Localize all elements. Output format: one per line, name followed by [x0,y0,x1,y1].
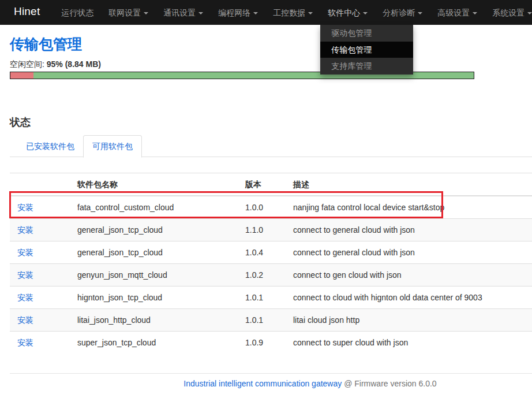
install-link[interactable]: 安装 [17,338,33,347]
package-version: 1.0.9 [238,332,286,354]
package-version: 1.1.0 [238,219,286,241]
caret-down-icon [198,12,203,14]
caret-down-icon [363,12,368,14]
nav-li: 分析诊断 [375,0,430,25]
caret-down-icon [253,12,258,14]
package-description: connect to general cloud with json [286,241,532,264]
package-tabs: 已安装软件包 可用软件包 [10,135,532,157]
status-heading: 状态 [10,116,532,129]
package-description: connect to cloud with hignton old data c… [286,287,532,309]
free-space-label: 空闲空间: [10,59,44,69]
caret-down-icon [308,12,313,14]
caret-down-icon [144,12,148,14]
dropdown-item-transport-packages[interactable]: 传输包管理 [320,42,413,58]
main-content: 传输包管理 空闲空间: 95% (8.84 MB) 状态 已安装软件包 可用软件… [0,36,532,389]
column-header: 软件包名称 [70,173,238,196]
package-version: 1.0.1 [238,309,286,332]
package-table: 软件包名称版本描述 安装fata_control_custom_cloud1.0… [10,173,532,354]
table-row: 安装super_json_tcp_cloud1.0.9connect to su… [10,332,532,354]
nav-item-system-settings[interactable]: 系统设置 [485,0,532,25]
brand-logo[interactable]: Hinet [0,0,46,25]
navbar: Hinet 运行状态联网设置通讯设置编程网络工控数据软件中心驱动包管理传输包管理… [0,0,532,25]
package-name: hignton_json_tcp_cloud [70,287,238,309]
table-row: 安装general_json_tcp_cloud1.0.4connect to … [10,241,532,264]
nav-item-network-settings[interactable]: 联网设置 [101,0,156,25]
package-version: 1.0.0 [238,196,286,219]
caret-down-icon [418,12,422,14]
install-link[interactable]: 安装 [17,270,33,280]
table-row: 安装litai_json_http_cloud1.0.1litai cloud … [10,309,532,332]
footer-firmware-text: @ Firmware version 6.0.0 [344,379,436,388]
free-space-value: 95% (8.84 MB) [47,59,101,69]
package-name: general_json_tcp_cloud [70,241,238,264]
package-version: 1.0.2 [238,264,286,287]
package-version: 1.0.4 [238,241,286,264]
nav-item-running-status[interactable]: 运行状态 [54,0,101,25]
install-link[interactable]: 安装 [17,293,33,302]
table-row-highlighted: 安装fata_control_custom_cloud1.0.0nanjing … [10,196,532,219]
table-header-row: 软件包名称版本描述 [10,173,532,196]
nav-li: 系统设置 [485,0,532,25]
tab-available-packages[interactable]: 可用软件包 [83,135,142,158]
tab-installed-packages[interactable]: 已安装软件包 [17,136,83,157]
software-center-dropdown: 驱动包管理传输包管理支持库管理 [320,25,413,75]
footer-divider [10,373,532,374]
column-header: 描述 [286,173,532,196]
package-name: fata_control_custom_cloud [70,196,238,219]
package-description: nanjing fata control local device start&… [286,196,532,219]
table-row: 安装genyun_json_mqtt_cloud1.0.2connect to … [10,264,532,287]
package-table-wrap: 软件包名称版本描述 安装fata_control_custom_cloud1.0… [10,173,532,354]
nav-li: 运行状态 [54,0,101,25]
nav-li: 高级设置 [430,0,485,25]
nav-item-programming-network[interactable]: 编程网络 [211,0,265,25]
package-name: general_json_tcp_cloud [70,219,238,241]
column-header: 版本 [238,173,286,196]
install-link[interactable]: 安装 [17,248,33,257]
column-header [10,173,70,196]
nav-li: 联网设置 [101,0,156,25]
footer: Industrial intelligent communication gat… [10,379,532,389]
install-link[interactable]: 安装 [17,315,33,325]
dropdown-item-driver-packages[interactable]: 驱动包管理 [320,25,413,42]
nav-item-advanced-settings[interactable]: 高级设置 [430,0,485,25]
nav-item-comm-settings[interactable]: 通讯设置 [156,0,211,25]
nav-li: 编程网络 [211,0,265,25]
nav-li: 软件中心驱动包管理传输包管理支持库管理 [320,0,375,25]
package-name: super_json_tcp_cloud [70,332,238,354]
nav-li: 通讯设置 [156,0,211,25]
package-version: 1.0.1 [238,287,286,309]
package-description: connect to super cloud with json [286,332,532,354]
free-space-line: 空闲空间: 95% (8.84 MB) [10,59,532,69]
table-row: 安装hignton_json_tcp_cloud1.0.1connect to … [10,287,532,309]
install-link[interactable]: 安装 [17,203,33,212]
nav-li: 工控数据 [265,0,320,25]
package-name: genyun_json_mqtt_cloud [70,264,238,287]
nav-item-software-center[interactable]: 软件中心 [320,0,375,25]
install-link[interactable]: 安装 [17,225,33,235]
caret-down-icon [473,12,477,14]
dropdown-item-support-libs[interactable]: 支持库管理 [320,58,413,75]
package-description: connect to general cloud with json [286,219,532,241]
package-name: litai_json_http_cloud [70,309,238,332]
package-description: litai cloud json http [286,309,532,332]
caret-down-icon [527,12,532,14]
nav-item-analysis-diagnosis[interactable]: 分析诊断 [375,0,430,25]
footer-gateway-link[interactable]: Industrial intelligent communication gat… [183,379,342,388]
navbar-menu: 运行状态联网设置通讯设置编程网络工控数据软件中心驱动包管理传输包管理支持库管理分… [54,0,532,25]
table-row: 安装general_json_tcp_cloud1.1.0connect to … [10,219,532,241]
nav-item-industrial-data[interactable]: 工控数据 [265,0,320,25]
package-description: connect to gen cloud with json [286,264,532,287]
used-space-segment [10,72,33,79]
page-title: 传输包管理 [10,36,532,52]
